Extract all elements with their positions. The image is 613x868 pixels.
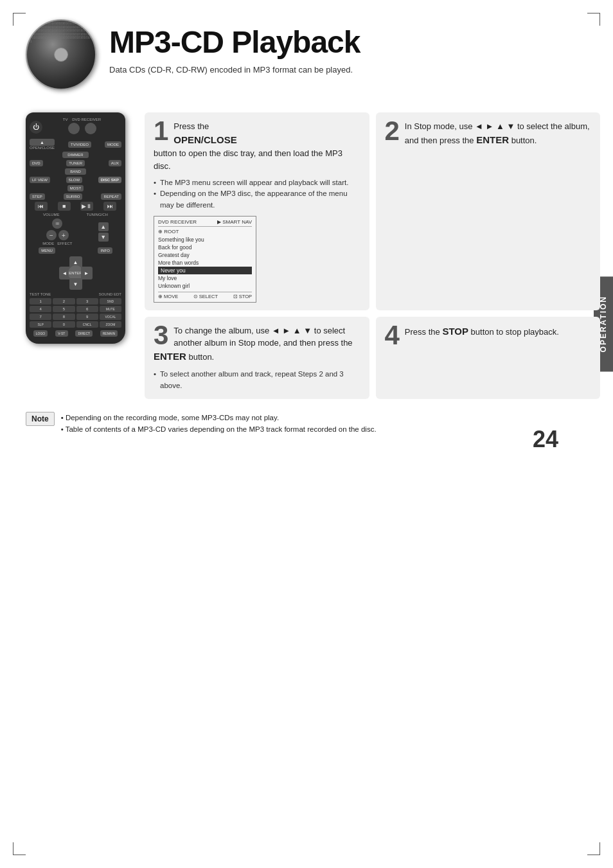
- disc-image: 0101010101010101010101010101010101010101…: [26, 19, 103, 96]
- screen-footer: ⊕ MOVE ⊙ SELECT ⊡ STOP: [158, 292, 252, 299]
- num-8[interactable]: 8: [53, 314, 75, 320]
- dimmer-btn[interactable]: DIMMER: [62, 152, 88, 158]
- ch-up-btn[interactable]: ▲: [98, 222, 109, 231]
- info-btn[interactable]: INFO: [98, 247, 112, 254]
- header: 0101010101010101010101010101010101010101…: [0, 0, 613, 103]
- note-label: Note: [26, 412, 55, 426]
- sound-edit-btn[interactable]: SND: [100, 298, 121, 305]
- sleep-btn[interactable]: SLP: [30, 321, 51, 328]
- tuning-label: TUNING/CH: [87, 213, 108, 217]
- step-1-number: 1: [154, 118, 168, 145]
- dvd-label[interactable]: DVD: [30, 160, 43, 166]
- num-7[interactable]: 7: [30, 314, 51, 320]
- zoom-btn[interactable]: ZOOM: [100, 321, 121, 328]
- step-3-bullet-1: To select another album and track, repea…: [154, 369, 360, 391]
- vol-mode-btn[interactable]: III: [52, 218, 62, 229]
- disc-circle: 0101010101010101010101010101010101010101…: [26, 19, 96, 90]
- sound-edit-label: SOUND EDT: [99, 292, 121, 296]
- corner-mark-br: [587, 842, 600, 855]
- screen-mockup: DVD RECEIVER ▶ SMART NAV ⊕ ROOT Somethin…: [154, 216, 256, 303]
- num-6[interactable]: 6: [76, 306, 98, 312]
- most-btn[interactable]: MOST: [67, 185, 84, 191]
- step-1-button: OPEN/CLOSE: [173, 134, 236, 145]
- menu-btn[interactable]: MENU: [39, 247, 55, 254]
- tv-label: TV DVD RECEIVER: [42, 118, 121, 121]
- aux-btn[interactable]: AUX: [109, 160, 121, 166]
- mute-btn[interactable]: MUTE: [100, 306, 121, 312]
- tv-video-btn[interactable]: TV/VIDEO: [68, 141, 91, 148]
- num-5[interactable]: 5: [53, 306, 75, 312]
- screen-item-6: Unknown girl: [158, 282, 252, 290]
- repeat-btn[interactable]: REPEAT: [101, 193, 121, 200]
- tv-btn[interactable]: [68, 123, 80, 134]
- screen-item-4-selected: Never you: [158, 267, 252, 274]
- screen-item-2: Greatest day: [158, 251, 252, 259]
- remote-wrapper: ⏻ TV DVD RECEIVER ▲ OPEN/CLOSE TV/VI: [26, 112, 135, 399]
- slow-btn[interactable]: SLOW: [66, 177, 83, 183]
- lf-view-btn[interactable]: LF VIEW: [30, 177, 50, 183]
- num-4[interactable]: 4: [30, 306, 51, 312]
- v-st-btn[interactable]: V-ST: [55, 330, 68, 337]
- surround-btn[interactable]: SURRO: [64, 193, 83, 200]
- test-tone-label: TEST TONE: [30, 292, 51, 296]
- num-9[interactable]: 9: [76, 314, 98, 320]
- page-number: 24: [0, 426, 558, 453]
- step-3-text: To change the album, use ◄ ► ▲ ▼ to sele…: [154, 324, 360, 364]
- remote-power-btn[interactable]: ⏻: [30, 121, 42, 134]
- step-btn[interactable]: STEP: [30, 193, 45, 200]
- volume-label: VOLUME: [43, 213, 59, 217]
- vol-down-btn[interactable]: −: [46, 230, 57, 240]
- remote-control: ⏻ TV DVD RECEIVER ▲ OPEN/CLOSE TV/VI: [26, 112, 125, 344]
- vocal-btn[interactable]: VOCAL: [100, 314, 121, 320]
- step-1-bullet-2: Depending on the MP3 disc, the appearanc…: [154, 188, 360, 211]
- play-pause-btn[interactable]: ▶⏸: [80, 202, 93, 211]
- step-4-box: 4 Press the STOP button to stop playback…: [376, 317, 601, 399]
- screen-folder: ⊕ ROOT: [158, 229, 252, 235]
- disc-skip-btn[interactable]: DISC SKP: [98, 177, 121, 183]
- nav-down-btn[interactable]: ▼: [69, 278, 82, 290]
- step-2-button: ENTER: [476, 134, 509, 145]
- tuner-btn[interactable]: TUNER: [66, 160, 85, 166]
- step-1-bullet-1: The MP3 menu screen will appear and play…: [154, 177, 360, 188]
- steps-row-2: 3 To change the album, use ◄ ► ▲ ▼ to se…: [145, 317, 600, 399]
- step-2-box: 2 In Stop mode, use ◄ ► ▲ ▼ to select th…: [376, 112, 601, 310]
- step-1-box: 1 Press the OPEN/CLOSE button to open th…: [145, 112, 369, 310]
- cancel-btn[interactable]: CNCL: [76, 321, 98, 328]
- step-2-number: 2: [385, 118, 400, 145]
- open-close-btn[interactable]: ▲: [30, 139, 55, 146]
- numpad: 1 2 3 SND 4 5 6 MUTE 7 8 9 VOCAL SLP 0 C…: [30, 298, 121, 328]
- num-1[interactable]: 1: [30, 298, 51, 305]
- step-2-text: In Stop mode, use ◄ ► ▲ ▼ to select the …: [385, 120, 592, 147]
- mode-btn[interactable]: MODE: [105, 141, 121, 148]
- num-2[interactable]: 2: [53, 298, 75, 305]
- remain-btn[interactable]: REMAIN: [100, 330, 118, 337]
- screen-item-0: Something like you: [158, 236, 252, 244]
- next-btn[interactable]: ⏭: [103, 202, 116, 211]
- stop-btn[interactable]: ■: [58, 202, 71, 211]
- band-btn[interactable]: BAND: [65, 168, 86, 175]
- vol-up-btn[interactable]: +: [58, 230, 69, 240]
- disc-center-hole: [54, 48, 68, 62]
- ch-down-btn[interactable]: ▼: [98, 233, 109, 242]
- dvd-btn[interactable]: [85, 123, 96, 134]
- direct-btn[interactable]: DIRECT: [75, 330, 93, 337]
- step-4-button: STOP: [442, 326, 468, 337]
- screen-header: DVD RECEIVER ▶ SMART NAV: [158, 219, 252, 227]
- nav-right-btn[interactable]: ►: [81, 267, 93, 279]
- num-3[interactable]: 3: [76, 298, 98, 305]
- step-3-number: 3: [154, 322, 168, 349]
- screen-item-3: More than words: [158, 259, 252, 267]
- step-3-box: 3 To change the album, use ◄ ► ▲ ▼ to se…: [145, 317, 369, 399]
- step-4-number: 4: [385, 322, 400, 349]
- nav-cross: ▲ ◄ ENTER ► ▼: [59, 256, 93, 290]
- corner-mark-bl: [13, 842, 26, 855]
- step-3-button: ENTER: [154, 351, 186, 362]
- step-3-bullets: To select another album and track, repea…: [154, 369, 360, 391]
- page-title: MP3-CD Playback: [109, 26, 587, 60]
- num-0[interactable]: 0: [53, 321, 75, 328]
- step-4-text: Press the STOP button to stop playback.: [385, 324, 592, 339]
- logo-btn[interactable]: LOGO: [33, 330, 48, 337]
- screen-item-5: My love: [158, 274, 252, 282]
- prev-btn[interactable]: ⏮: [35, 202, 48, 211]
- title-block: MP3-CD Playback Data CDs (CD-R, CD-RW) e…: [109, 19, 587, 75]
